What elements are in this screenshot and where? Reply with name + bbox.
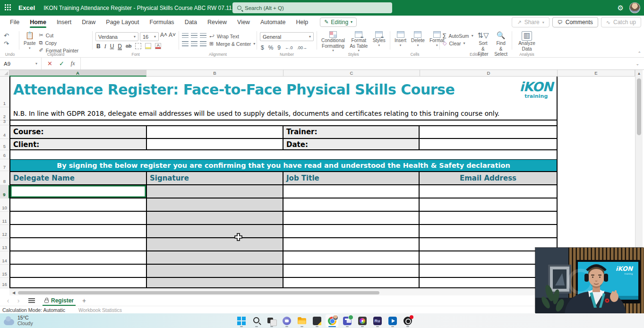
cell-A16[interactable] <box>10 278 147 288</box>
align-center-icon[interactable] <box>191 41 197 46</box>
cell-D4[interactable] <box>420 126 557 139</box>
align-left-icon[interactable] <box>182 41 189 46</box>
adobe-cc-icon[interactable] <box>356 314 369 327</box>
cell-B13[interactable] <box>147 238 283 251</box>
row-header-7[interactable]: 7 <box>0 159 9 171</box>
cell-C14[interactable] <box>283 251 420 265</box>
cancel-entry-icon[interactable]: ✕ <box>47 60 52 67</box>
autosum-button[interactable]: ∑AutoSum▾ <box>443 33 473 39</box>
cell-D10[interactable] <box>420 199 557 212</box>
cell-A12[interactable] <box>10 225 147 238</box>
formula-input[interactable] <box>81 58 631 69</box>
ribbon-tab-view[interactable]: View <box>232 16 255 28</box>
column-header-A[interactable]: A <box>9 70 146 77</box>
row-header-13[interactable]: 13 <box>0 238 9 251</box>
strikethrough-button[interactable]: ab <box>126 43 131 49</box>
cell-A13[interactable] <box>10 238 147 251</box>
rush-icon[interactable]: Ru <box>371 314 384 327</box>
cell-A14[interactable] <box>10 251 147 265</box>
ribbon-tab-home[interactable]: Home <box>25 16 52 28</box>
sort-filter-button[interactable]: ⇅▽ Sort & Filter▾ <box>475 30 491 62</box>
sheet-list-icon[interactable] <box>28 298 35 303</box>
decrease-decimal-button[interactable]: .00→ <box>297 45 308 50</box>
vertical-scroll-thumb[interactable] <box>637 78 641 135</box>
row-header-3[interactable]: 3 <box>0 121 9 125</box>
cell-A15[interactable] <box>10 265 147 278</box>
search-input[interactable]: Search (Alt + Q) <box>232 2 392 13</box>
align-middle-icon[interactable] <box>191 33 197 38</box>
expand-formula-bar-icon[interactable]: ⌄ <box>631 61 644 66</box>
confirm-entry-icon[interactable]: ✓ <box>59 60 64 67</box>
chrome-icon[interactable] <box>326 314 338 327</box>
cell-B10[interactable] <box>147 199 283 212</box>
percent-style-button[interactable]: % <box>268 44 274 51</box>
cell-C9[interactable] <box>283 185 420 199</box>
cell-A9[interactable] <box>10 185 147 199</box>
file-explorer-icon[interactable] <box>295 314 308 327</box>
row-header-5[interactable]: 5 <box>0 139 9 150</box>
ribbon-tab-draw[interactable]: Draw <box>77 16 101 28</box>
weather-widget[interactable]: 15°C Cloudy <box>4 315 33 326</box>
increase-decimal-button[interactable]: ←.0 <box>285 45 293 50</box>
cell-D5[interactable] <box>420 139 557 150</box>
column-header-B[interactable]: B <box>146 70 283 77</box>
chat-icon[interactable] <box>280 314 293 327</box>
borders-button[interactable] <box>135 43 141 49</box>
shrink-font-button[interactable]: A˅ <box>169 32 176 41</box>
cell-B16[interactable] <box>147 278 283 288</box>
collapse-ribbon-icon[interactable]: ⌃ <box>637 51 641 56</box>
cell-C10[interactable] <box>283 199 420 212</box>
column-header-C[interactable]: C <box>283 70 420 77</box>
cell-B4[interactable] <box>147 126 283 139</box>
accounting-format-button[interactable]: $ <box>261 44 264 51</box>
cell-D11[interactable] <box>420 212 557 225</box>
notepad-icon[interactable] <box>310 314 323 327</box>
font-color-button[interactable]: A <box>155 43 161 49</box>
insert-cells-button[interactable]: Insert▾ <box>393 30 408 48</box>
comma-style-button[interactable]: 9 <box>277 44 281 51</box>
settings-gear-icon[interactable]: ⚙ <box>618 4 624 12</box>
find-select-button[interactable]: 🔍 Find & Select▾ <box>493 30 509 62</box>
row-header-15[interactable]: 15 <box>0 265 9 278</box>
row-header-1[interactable]: 1 <box>0 77 9 107</box>
cell-D12[interactable] <box>420 225 557 238</box>
row-header-12[interactable]: 12 <box>0 225 9 238</box>
row-header-10[interactable]: 10 <box>0 199 9 212</box>
search-icon[interactable] <box>250 314 263 327</box>
cell-C13[interactable] <box>283 238 420 251</box>
copy-button[interactable]: ⧉Copy <box>39 40 79 46</box>
grow-font-button[interactable]: A˄ <box>160 32 167 41</box>
number-format-select[interactable]: General▾ <box>260 32 314 41</box>
editing-mode-button[interactable]: ✎ Editing ▾ <box>320 17 357 27</box>
column-header-D[interactable]: D <box>420 70 558 77</box>
scroll-up-icon[interactable]: ▲ <box>635 70 643 77</box>
row-header-16[interactable]: 16 <box>0 278 9 288</box>
font-name-select[interactable]: Verdana▾ <box>95 32 138 41</box>
cell-A11[interactable] <box>10 212 147 225</box>
row-header-6[interactable]: 6 <box>0 150 9 159</box>
redo-icon[interactable]: ↷ <box>4 41 9 47</box>
ribbon-tab-insert[interactable]: Insert <box>52 16 77 28</box>
start-icon[interactable] <box>235 314 248 327</box>
ribbon-tab-help[interactable]: Help <box>291 16 313 28</box>
cell-B15[interactable] <box>147 265 283 278</box>
name-box[interactable]: A9▾ <box>0 58 42 69</box>
teams-icon[interactable] <box>341 314 353 327</box>
cell-B11[interactable] <box>147 212 283 225</box>
cell-C15[interactable] <box>283 265 420 278</box>
undo-icon[interactable]: ↶ <box>4 33 9 39</box>
font-size-select[interactable]: 16▾ <box>140 32 159 41</box>
next-sheet-icon[interactable]: › <box>14 297 23 304</box>
cell-B9[interactable] <box>147 185 283 199</box>
waffle-menu-icon[interactable] <box>5 4 12 11</box>
ribbon-tab-formulas[interactable]: Formulas <box>145 16 180 28</box>
cut-button[interactable]: ✂Cut <box>39 32 79 38</box>
ribbon-tab-automate[interactable]: Automate <box>255 16 291 28</box>
row-header-4[interactable]: 4 <box>0 125 9 139</box>
cell-B5[interactable] <box>147 139 283 150</box>
row-header-11[interactable]: 11 <box>0 212 9 225</box>
row-header-9[interactable]: 9 <box>0 185 9 199</box>
user-avatar[interactable] <box>629 2 640 13</box>
cell-B14[interactable] <box>147 251 283 265</box>
calculation-mode[interactable]: Calculation Mode: Automatic <box>0 307 65 313</box>
